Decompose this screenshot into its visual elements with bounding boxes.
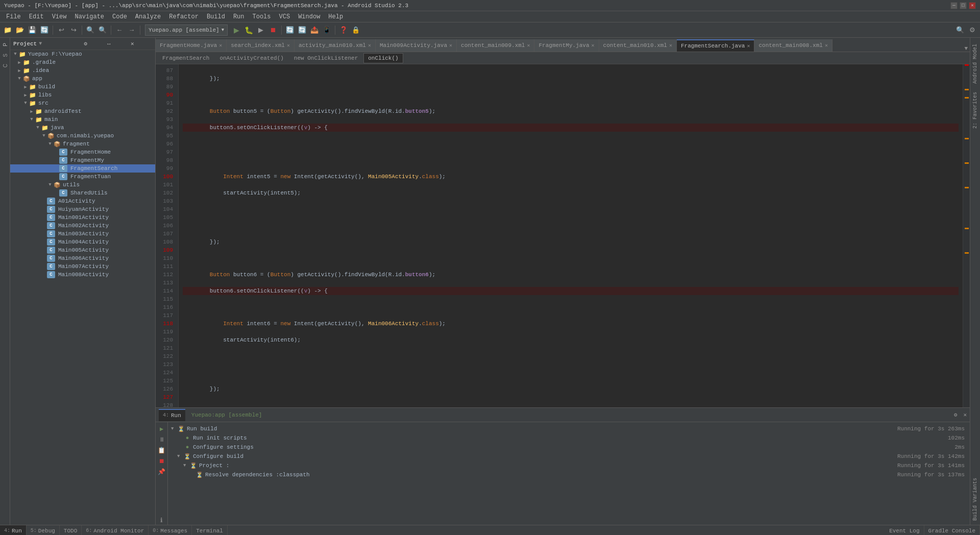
tab-close-icon[interactable]: ✕ [825, 42, 828, 48]
menu-window[interactable]: Window [294, 12, 324, 21]
tree-item-fragment-my[interactable]: C FragmentMy [10, 156, 155, 164]
avd-manager-button[interactable]: 📱 [321, 25, 332, 36]
menu-vcs[interactable]: VCS [275, 12, 295, 21]
run-stop-button[interactable]: ⏸ [157, 435, 166, 444]
undo-button[interactable]: ↩ [56, 25, 67, 36]
method-tab-on-activity-created[interactable]: onActivityCreated() [215, 53, 288, 63]
tree-item-utils[interactable]: ▼ 📦 utils [10, 181, 155, 189]
tree-item-src[interactable]: ▼ 📁 src [10, 99, 155, 107]
tree-item-main003[interactable]: C Main003Activity [10, 230, 155, 238]
save-all-button[interactable]: 💾 [27, 25, 38, 36]
find-button[interactable]: 🔍 [85, 25, 96, 36]
tree-item-huiyuan[interactable]: C HuiyuanActivity [10, 205, 155, 213]
tree-item-fragment[interactable]: ▼ 📦 fragment [10, 140, 155, 148]
run-item-init-scripts[interactable]: ● Run init scripts 102ms [171, 433, 967, 443]
tab-close-icon[interactable]: ✕ [527, 42, 530, 48]
menu-view[interactable]: View [48, 12, 71, 21]
bottom-tab-messages[interactable]: 0: Messages [149, 525, 192, 536]
run-panel-settings-icon[interactable]: ⚙ [954, 411, 958, 418]
run-panel-close-icon[interactable]: ✕ [963, 411, 967, 418]
menu-navigate[interactable]: Navigate [70, 12, 108, 21]
tree-item-yuepao-root[interactable]: ▼ 📁 Yuepao F:\Yuepao [10, 50, 155, 58]
open-button[interactable]: 📂 [14, 25, 26, 36]
tree-item-main[interactable]: ▼ 📁 main [10, 115, 155, 124]
tab-activity-main010[interactable]: activity_main010.xml ✕ [295, 39, 376, 52]
project-icon[interactable]: P [1, 40, 9, 50]
sync-button[interactable]: 🔄 [39, 25, 50, 36]
tab-fragment-my[interactable]: FragmentMy.java ✕ [534, 39, 599, 52]
run-item-run-build[interactable]: ▼ ⏳ Run build Running for 3s 263ms [171, 424, 967, 433]
tab-fragment-home[interactable]: FragmentHome.java ✕ [156, 39, 227, 52]
tree-item-androidtest[interactable]: ▶ 📁 androidTest [10, 107, 155, 115]
method-tab-fragment-search[interactable]: FragmentSearch [158, 53, 214, 63]
tree-item-a01activity[interactable]: C A01Activity [10, 197, 155, 205]
stop-button[interactable]: ⏹ [267, 25, 279, 36]
bottom-tab-terminal[interactable]: Terminal [192, 525, 228, 536]
tree-item-main002[interactable]: C Main002Activity [10, 222, 155, 230]
maximize-button[interactable]: □ [960, 2, 967, 9]
tree-item-shared-utils[interactable]: C SharedUtils [10, 189, 155, 197]
bottom-tab-gradle-console[interactable]: Gradle Console [924, 525, 980, 536]
vert-tab-favorites[interactable]: 2: Favorites [971, 88, 979, 133]
help-button[interactable]: ❓ [338, 25, 349, 36]
run-item-project[interactable]: ▼ ⏳ Project : Running for 3s 141ms [171, 461, 967, 470]
run-button[interactable]: ▶ [231, 25, 242, 36]
menu-refactor[interactable]: Refactor [165, 12, 203, 21]
tab-close-icon[interactable]: ✕ [368, 42, 371, 48]
sdk-manager-button[interactable]: 📤 [309, 25, 320, 36]
settings-button[interactable]: ⚙ [967, 25, 978, 36]
menu-build[interactable]: Build [203, 12, 229, 21]
tree-item-java[interactable]: ▼ 📁 java [10, 124, 155, 132]
run-clear-button[interactable]: ⏹ [157, 456, 166, 466]
close-button[interactable]: ✕ [969, 2, 976, 9]
run-filter-button[interactable]: 📋 [157, 446, 166, 455]
bottom-tab-todo[interactable]: TODO [60, 525, 82, 536]
tab-close-icon[interactable]: ✕ [669, 42, 672, 48]
bottom-tab-debug[interactable]: 5: Debug [27, 525, 60, 536]
run-info-button[interactable]: ℹ [157, 516, 166, 525]
tab-close-icon[interactable]: ✕ [747, 43, 750, 49]
rerun-button[interactable]: ▶ [157, 424, 166, 433]
tab-search-index[interactable]: search_index.xml ✕ [227, 39, 295, 52]
menu-code[interactable]: Code [108, 12, 131, 21]
tab-close-icon[interactable]: ✕ [219, 42, 222, 48]
back-button[interactable]: ← [114, 25, 125, 36]
method-tab-on-click-listener[interactable]: new OnClickListener [289, 53, 362, 63]
tab-content-main010[interactable]: content_main010.xml ✕ [599, 39, 677, 52]
tree-item-fragment-tuan[interactable]: C FragmentTuan [10, 173, 155, 181]
structure-icon[interactable]: S [1, 51, 9, 60]
event-log-button[interactable]: 🔒 [350, 25, 361, 36]
method-tab-on-click[interactable]: onClick() [363, 53, 403, 63]
tree-item-main001[interactable]: C Main001Activity [10, 213, 155, 222]
tree-item-com-nimabi-yuepao[interactable]: ▼ 📦 com.nimabi.yuepao [10, 132, 155, 140]
tree-item-main004[interactable]: C Main004Activity [10, 238, 155, 246]
captures-icon[interactable]: C [1, 61, 9, 70]
tree-item-main007[interactable]: C Main007Activity [10, 262, 155, 271]
tab-close-icon[interactable]: ✕ [287, 42, 290, 48]
tree-item-main008[interactable]: C Main008Activity [10, 271, 155, 279]
tree-item-main005[interactable]: C Main005Activity [10, 246, 155, 254]
replace-button[interactable]: 🔍 [97, 25, 108, 36]
tree-item-fragment-search[interactable]: C FragmentSearch [10, 164, 155, 173]
tab-close-icon[interactable]: ✕ [449, 42, 452, 48]
forward-button[interactable]: → [126, 25, 137, 36]
search-everywhere-button[interactable]: 🔍 [954, 25, 966, 36]
panel-dropdown-arrow[interactable]: ▼ [39, 41, 60, 46]
menu-file[interactable]: File [2, 12, 25, 21]
tree-item-idea[interactable]: ▶ 📁 .idea [10, 66, 155, 75]
run-item-configure-settings[interactable]: ● Configure settings 2ms [171, 443, 967, 452]
run-scroll-button[interactable]: 📌 [157, 467, 166, 476]
tree-item-app[interactable]: ▼ 📦 app [10, 75, 155, 83]
bottom-tab-event-log[interactable]: Event Log [885, 525, 924, 536]
tab-fragment-search[interactable]: FragmentSearch.java ✕ [677, 39, 754, 52]
tree-item-fragment-home[interactable]: C FragmentHome [10, 148, 155, 156]
vert-tab-android-model[interactable]: Android Model [971, 40, 979, 88]
gradle-build-button[interactable]: 🔄 [297, 25, 308, 36]
run-tab-run[interactable]: 4: Run [159, 409, 185, 421]
menu-tools[interactable]: Tools [249, 12, 275, 21]
tab-main009activity[interactable]: Main009Activity.java ✕ [376, 39, 457, 52]
run-item-resolve-deps[interactable]: ⏳ Resolve dependencies :classpath Runnin… [171, 470, 967, 479]
tab-overflow-button[interactable]: ▼ [962, 45, 970, 52]
gradle-sync-button[interactable]: 🔄 [284, 25, 296, 36]
vert-tab-build-variants[interactable]: Build Variants [971, 474, 979, 525]
